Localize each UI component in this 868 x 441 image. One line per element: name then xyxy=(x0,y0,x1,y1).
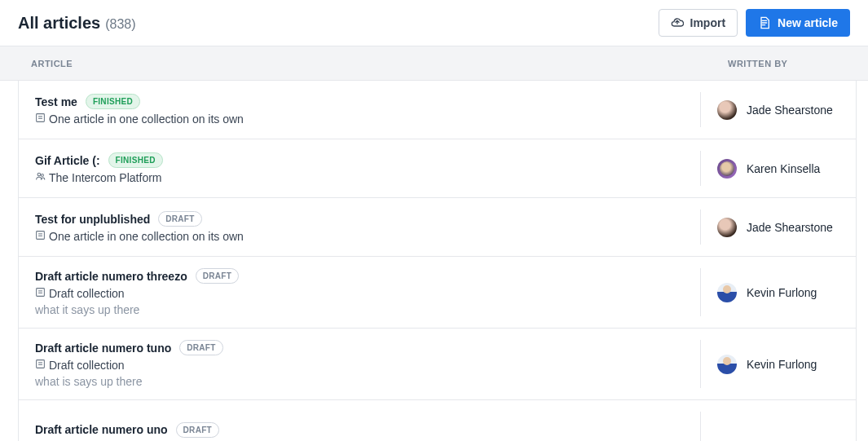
page-title: All articles xyxy=(18,14,100,33)
column-header-writtenby: WRITTEN BY xyxy=(713,59,868,68)
row-title-line: Draft article numero unoDRAFT xyxy=(35,422,684,438)
row-article-cell: Test for unplublishedDRAFTOne article in… xyxy=(19,209,701,245)
status-badge: FINISHED xyxy=(108,152,163,168)
svg-rect-0 xyxy=(37,114,45,122)
row-author-cell: Kevin Furlong xyxy=(701,355,856,374)
status-badge: DRAFT xyxy=(158,211,201,227)
author-name[interactable]: Jade Shearstone xyxy=(747,221,833,234)
article-title[interactable]: Gif Article (: xyxy=(35,154,100,167)
page-count: (838) xyxy=(105,17,135,32)
avatar[interactable] xyxy=(717,283,737,302)
status-badge: DRAFT xyxy=(176,422,219,438)
author-name[interactable]: Jade Shearstone xyxy=(747,104,833,117)
author-name[interactable]: Kevin Furlong xyxy=(747,286,817,299)
svg-rect-11 xyxy=(37,360,45,368)
article-list: Test meFINISHEDOne article in one collec… xyxy=(18,81,857,441)
table-row[interactable]: Test for unplublishedDRAFTOne article in… xyxy=(19,198,856,257)
collection-name: One article in one collection on its own xyxy=(49,230,244,243)
cloud-upload-icon xyxy=(671,16,684,29)
row-title-line: Test for unplublishedDRAFT xyxy=(35,211,684,227)
article-collection[interactable]: One article in one collection on its own xyxy=(35,230,684,243)
article-collection[interactable]: Draft collection xyxy=(35,359,684,372)
collection-name: The Intercom Platform xyxy=(49,171,162,184)
table-row[interactable]: Draft article numero threezoDRAFTDraft c… xyxy=(19,257,856,329)
article-title[interactable]: Draft article numero uno xyxy=(35,423,168,436)
import-label: Import xyxy=(690,16,726,29)
article-collection[interactable]: The Intercom Platform xyxy=(35,171,684,184)
table-row[interactable]: Draft article numero tunoDRAFTDraft coll… xyxy=(19,329,856,400)
new-article-button[interactable]: New article xyxy=(746,9,850,37)
title-wrap: All articles (838) xyxy=(18,14,136,33)
status-badge: FINISHED xyxy=(86,94,140,109)
row-article-cell: Draft article numero threezoDRAFTDraft c… xyxy=(19,268,701,316)
article-collection[interactable]: One article in one collection on its own xyxy=(35,112,684,126)
article-description: what is says up there xyxy=(35,375,684,388)
collection-icon xyxy=(35,230,46,243)
table-header: ARTICLE WRITTEN BY xyxy=(0,46,868,81)
collection-name: Draft collection xyxy=(49,359,125,372)
collection-name: Draft collection xyxy=(49,287,125,300)
svg-rect-8 xyxy=(37,289,45,297)
collection-name: One article in one collection on its own xyxy=(49,112,244,126)
article-title[interactable]: Test for unplublished xyxy=(35,213,150,226)
svg-rect-5 xyxy=(37,232,45,240)
row-article-cell: Test meFINISHEDOne article in one collec… xyxy=(19,92,701,127)
article-collection[interactable]: Draft collection xyxy=(35,287,684,300)
author-name[interactable]: Karen Kinsella xyxy=(747,162,820,175)
row-author-cell: Kevin Furlong xyxy=(701,283,856,302)
author-name[interactable]: Kevin Furlong xyxy=(747,358,817,371)
collection-icon xyxy=(35,359,46,372)
collection-icon xyxy=(35,287,46,300)
page-header: All articles (838) Import New article xyxy=(0,0,868,46)
new-article-label: New article xyxy=(778,16,838,29)
avatar[interactable] xyxy=(717,218,737,237)
row-article-cell: Draft article numero tunoDRAFTDraft coll… xyxy=(19,340,701,388)
row-title-line: Draft article numero threezoDRAFT xyxy=(35,268,684,284)
table-row[interactable]: Test meFINISHEDOne article in one collec… xyxy=(19,81,856,139)
header-actions: Import New article xyxy=(659,9,851,37)
status-badge: DRAFT xyxy=(196,268,239,284)
document-icon xyxy=(758,16,771,29)
table-row[interactable]: Gif Article (:FINISHEDThe Intercom Platf… xyxy=(19,139,856,198)
article-description: what it says up there xyxy=(35,303,684,316)
column-header-article: ARTICLE xyxy=(31,59,713,68)
row-title-line: Draft article numero tunoDRAFT xyxy=(35,340,684,355)
table-row[interactable]: Draft article numero unoDRAFT xyxy=(19,400,856,441)
row-article-cell: Draft article numero unoDRAFT xyxy=(19,412,701,441)
status-badge: DRAFT xyxy=(179,340,223,355)
article-title[interactable]: Draft article numero threezo xyxy=(35,270,187,283)
row-author-cell: Jade Shearstone xyxy=(701,100,856,120)
svg-point-4 xyxy=(41,174,43,176)
row-author-cell: Karen Kinsella xyxy=(701,159,856,179)
people-icon xyxy=(35,171,46,184)
article-list-scroll[interactable]: Test meFINISHEDOne article in one collec… xyxy=(0,81,868,441)
row-author-cell: Jade Shearstone xyxy=(701,218,856,237)
article-title[interactable]: Draft article numero tuno xyxy=(35,342,171,355)
import-button[interactable]: Import xyxy=(659,9,738,37)
avatar[interactable] xyxy=(717,159,737,179)
svg-point-3 xyxy=(37,173,41,176)
avatar[interactable] xyxy=(717,100,737,120)
row-article-cell: Gif Article (:FINISHEDThe Intercom Platf… xyxy=(19,151,701,186)
row-title-line: Test meFINISHED xyxy=(35,94,684,109)
collection-icon xyxy=(35,112,46,126)
article-title[interactable]: Test me xyxy=(35,95,77,108)
row-title-line: Gif Article (:FINISHED xyxy=(35,152,684,168)
avatar[interactable] xyxy=(717,355,737,374)
